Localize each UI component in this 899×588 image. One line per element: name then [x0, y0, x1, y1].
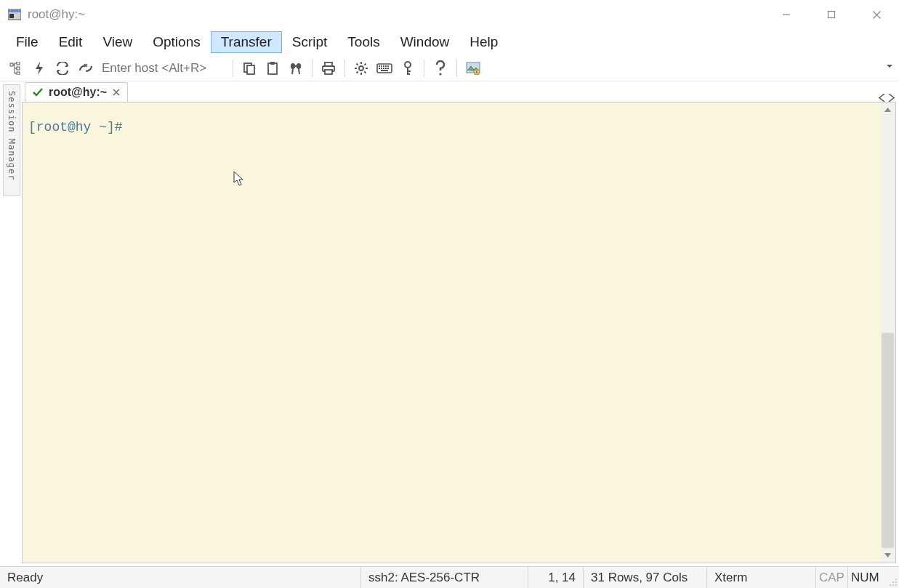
status-bar: Ready ssh2: AES-256-CTR 1, 14 31 Rows, 9… [0, 566, 899, 588]
maximize-button[interactable] [809, 0, 854, 29]
menu-edit[interactable]: Edit [49, 31, 93, 53]
menu-help[interactable]: Help [459, 31, 508, 53]
svg-rect-45 [387, 68, 389, 69]
terminal[interactable]: [root@hy ~]# [23, 102, 880, 563]
quick-connect-icon[interactable] [29, 58, 49, 78]
svg-line-34 [364, 63, 366, 65]
reconnect-icon[interactable] [52, 58, 73, 78]
screenshot-icon[interactable] [463, 58, 483, 78]
menu-window[interactable]: Window [390, 31, 460, 53]
disconnect-icon[interactable] [76, 58, 96, 78]
terminal-prompt: [root@hy ~]# [28, 120, 123, 134]
session-manager-panel[interactable]: Session Manager [3, 84, 20, 196]
scroll-thumb[interactable] [882, 333, 894, 549]
tab-nav [879, 94, 899, 102]
svg-rect-8 [17, 62, 20, 65]
svg-point-21 [297, 63, 301, 69]
status-ready: Ready [0, 567, 361, 588]
svg-point-59 [892, 584, 894, 586]
toolbar-overflow-icon[interactable] [884, 65, 895, 71]
tab-close-icon[interactable] [113, 89, 120, 96]
menu-view[interactable]: View [92, 31, 142, 53]
scrollbar[interactable] [880, 102, 895, 563]
svg-rect-38 [383, 65, 384, 67]
minimize-button[interactable] [764, 0, 809, 29]
svg-point-47 [405, 62, 411, 68]
host-input[interactable] [97, 60, 228, 77]
svg-point-60 [895, 579, 897, 580]
svg-rect-19 [270, 62, 275, 65]
svg-point-61 [892, 581, 894, 583]
cursor-icon [233, 142, 312, 216]
svg-line-32 [364, 71, 366, 73]
svg-rect-18 [268, 63, 277, 74]
window-title: root@hy:~ [28, 7, 764, 22]
svg-rect-37 [381, 65, 382, 67]
svg-rect-25 [325, 70, 332, 74]
menu-bar: File Edit View Options Transfer Script T… [0, 29, 899, 55]
status-cap: CAP [816, 567, 848, 588]
toolbar-sep [233, 60, 233, 77]
menu-file[interactable]: File [6, 31, 49, 53]
toolbar-sep [344, 60, 345, 77]
toolbar-sep [424, 60, 424, 77]
menu-options[interactable]: Options [142, 31, 210, 53]
svg-rect-40 [387, 65, 389, 67]
svg-rect-36 [379, 65, 380, 67]
svg-rect-41 [379, 68, 380, 69]
paste-icon[interactable] [262, 58, 283, 78]
print-icon[interactable] [318, 58, 339, 78]
tab-next-icon[interactable] [888, 94, 895, 102]
settings-icon[interactable] [351, 58, 371, 78]
key-icon[interactable] [398, 58, 418, 78]
menu-transfer[interactable]: Transfer [211, 31, 282, 53]
svg-rect-42 [381, 68, 382, 69]
svg-rect-10 [17, 72, 20, 75]
svg-point-58 [895, 581, 897, 583]
status-cursor: 1, 14 [528, 567, 584, 588]
svg-point-57 [895, 584, 897, 586]
svg-rect-54 [476, 71, 477, 73]
toolbar-sep [312, 60, 313, 77]
svg-line-31 [357, 63, 358, 65]
scroll-track[interactable] [880, 117, 895, 548]
session-manager-label: Session Manager [7, 91, 17, 180]
status-protocol: ssh2: AES-256-CTR [361, 567, 528, 588]
svg-rect-43 [383, 68, 384, 69]
toolbar-sep [456, 60, 457, 77]
menu-tools[interactable]: Tools [337, 31, 390, 53]
session-area: root@hy:~ [root@hy ~]# [22, 81, 899, 566]
svg-point-26 [359, 66, 363, 71]
find-icon[interactable] [286, 58, 306, 78]
svg-point-20 [291, 63, 295, 69]
connected-check-icon [33, 87, 43, 97]
status-dimensions: 31 Rows, 97 Cols [584, 567, 707, 588]
scroll-up-icon[interactable] [880, 102, 895, 117]
main-area: Session Manager root@hy:~ [root@hy ~]# [0, 81, 899, 566]
svg-point-51 [439, 73, 441, 75]
svg-rect-39 [385, 65, 387, 67]
tab-label: root@hy:~ [49, 86, 107, 99]
copy-icon[interactable] [239, 58, 259, 78]
tab-prev-icon[interactable] [879, 94, 885, 102]
svg-rect-46 [381, 70, 388, 71]
session-tab[interactable]: root@hy:~ [25, 82, 128, 102]
toolbar [0, 55, 899, 81]
window-controls [764, 0, 899, 29]
app-icon [7, 7, 22, 22]
scroll-down-icon[interactable] [880, 548, 895, 563]
svg-rect-7 [10, 63, 13, 66]
keyboard-icon[interactable] [374, 58, 395, 78]
svg-rect-1 [8, 9, 21, 12]
svg-rect-17 [247, 65, 254, 74]
resize-grip-icon[interactable] [886, 567, 899, 588]
svg-point-62 [890, 584, 891, 586]
close-button[interactable] [854, 0, 899, 29]
svg-rect-44 [385, 68, 387, 69]
help-icon[interactable] [430, 58, 451, 78]
tab-bar: root@hy:~ [22, 81, 899, 102]
session-tree-icon[interactable] [6, 58, 26, 78]
menu-script[interactable]: Script [282, 31, 338, 53]
status-termtype: Xterm [707, 567, 816, 588]
title-bar: root@hy:~ [0, 0, 899, 29]
